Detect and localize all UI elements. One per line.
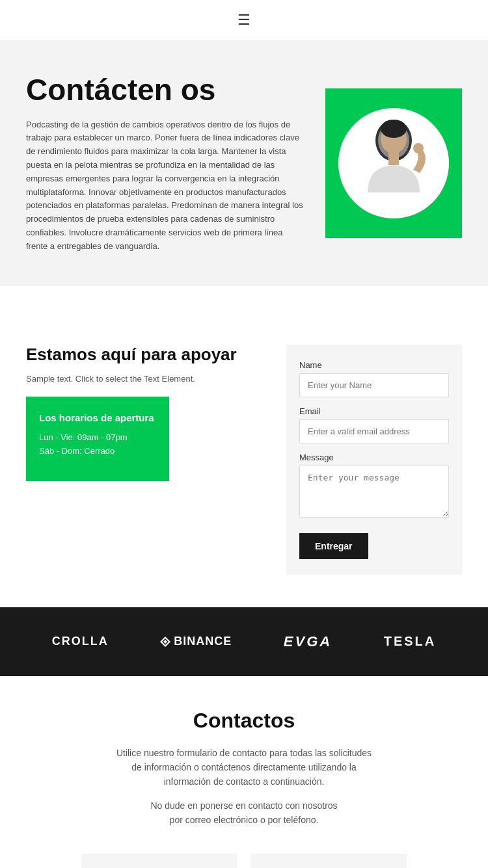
email-field-group: Email <box>299 406 449 443</box>
contacts-title: Contactos <box>26 709 462 733</box>
message-textarea[interactable] <box>299 466 449 518</box>
svg-point-5 <box>413 143 424 153</box>
brands-section: CROLLA BINANCE EVGA TESLA <box>0 607 488 676</box>
email-input[interactable] <box>299 419 449 443</box>
name-input[interactable] <box>299 373 449 397</box>
svg-rect-4 <box>388 152 399 165</box>
hero-section: Contácten os Podcasting de la gestión de… <box>0 41 488 286</box>
contacts-info-section: Contactos Utilice nuestro formulario de … <box>0 676 488 868</box>
contact-form-section: Estamos aquí para apoyar Sample text. Cl… <box>0 325 488 607</box>
contact-heading: Estamos aquí para apoyar <box>26 345 267 365</box>
menu-icon[interactable]: ☰ <box>237 12 251 29</box>
header: ☰ <box>0 0 488 41</box>
message-label: Message <box>299 453 449 462</box>
hours-box: Los horarios de apertura Lun - Vie: 09am… <box>26 397 169 481</box>
contact-left: Estamos aquí para apoyar Sample text. Cl… <box>26 345 267 481</box>
person-image <box>355 114 433 212</box>
hero-title: Contácten os <box>26 73 306 107</box>
hero-description: Podcasting de la gestión de cambios oper… <box>26 118 306 254</box>
brand-binance: BINANCE <box>160 635 232 648</box>
brand-binance-label: BINANCE <box>174 635 232 648</box>
brand-evga: EVGA <box>284 633 332 650</box>
gap-section <box>0 286 488 325</box>
hours-title: Los horarios de apertura <box>39 412 156 423</box>
contact-cards: UBICACIÓN DE NUESTRA OFICINA The Interio… <box>26 854 462 868</box>
name-label: Name <box>299 360 449 370</box>
contact-card-phone: TELÉFONO (FIJO) + 912 3 567 8987 + 912 5… <box>251 854 407 868</box>
name-field-group: Name <box>299 360 449 397</box>
hero-image-circle <box>338 108 449 218</box>
contact-form: Name Email Message Entregar <box>286 345 462 575</box>
brand-crolla-label: CROLLA <box>52 635 109 648</box>
hero-text: Contácten os Podcasting de la gestión de… <box>26 73 306 254</box>
hero-image-container <box>325 88 462 238</box>
email-label: Email <box>299 406 449 416</box>
message-field-group: Message <box>299 453 449 520</box>
svg-point-3 <box>381 120 407 138</box>
brand-tesla-label: TESLA <box>384 634 437 649</box>
submit-button[interactable]: Entregar <box>299 533 368 559</box>
contact-sample-text: Sample text. Click to select the Text El… <box>26 374 267 384</box>
brand-evga-label: EVGA <box>284 633 332 650</box>
hours-weekdays: Lun - Vie: 09am - 07pm <box>39 432 156 442</box>
brand-tesla: TESLA <box>384 634 437 649</box>
contacts-subdescription: No dude en ponerse en contacto con nosot… <box>146 798 342 828</box>
contact-card-office: UBICACIÓN DE NUESTRA OFICINA The Interio… <box>81 854 237 868</box>
brand-crolla: CROLLA <box>52 635 109 648</box>
hours-weekend: Sáb - Dom: Cerrado <box>39 446 156 456</box>
binance-diamond-icon <box>160 637 170 647</box>
contacts-description: Utilice nuestro formulario de contacto p… <box>114 746 374 789</box>
